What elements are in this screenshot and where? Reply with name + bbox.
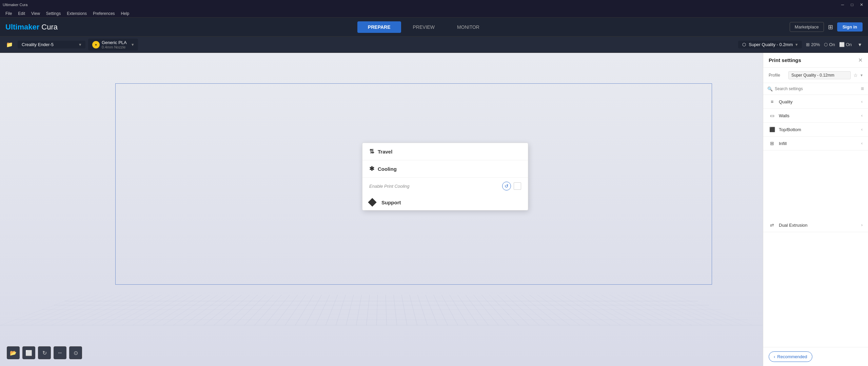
menu-extensions[interactable]: Extensions [64,11,90,17]
settings-sections: ≡ Quality ‹ ▭ Walls ‹ ⬛ Top/Bottom ‹ [763,95,868,347]
tool-select[interactable]: ⬜ [22,346,35,359]
section-infill[interactable]: ⊞ Infill ‹ [763,137,868,150]
apps-icon[interactable]: ⊞ [828,23,833,31]
tool-mirror[interactable]: ⊙ [69,346,82,359]
section-walls[interactable]: ▭ Walls ‹ [763,109,868,123]
open-file-button[interactable]: 📁 [4,39,15,50]
enable-cooling-row: Enable Print Cooling ↺ [362,178,528,195]
recommended-button[interactable]: ‹ Recommended [769,351,812,362]
close-button[interactable]: ✕ [858,1,865,8]
marketplace-button[interactable]: Marketplace [790,22,824,32]
tab-monitor[interactable]: MONITOR [447,21,490,33]
menu-view[interactable]: View [28,11,43,17]
settings-expand-button[interactable]: ▾ [856,40,864,49]
dual-extrusion-icon: ⇄ [769,222,775,228]
infill-percentage: ⊞ 20% [806,42,820,47]
minimize-button[interactable]: ─ [839,1,846,8]
tab-preview[interactable]: PREVIEW [402,21,446,33]
quality-selector[interactable]: ⬡ Super Quality - 0.2mm ▾ [738,41,802,48]
device-bar: 📁 Creality Ender-5 ▾ ● Generic PLA 0.4mm… [0,37,868,53]
profile-star-button[interactable]: ☆ [853,73,858,78]
logo-app: Cura [41,23,58,32]
material-selector[interactable]: ● Generic PLA 0.4mm Nozzle ▾ [88,39,138,50]
titlebar: Ultimaker Cura ─ □ ✕ [0,0,868,9]
support-label: On [829,42,835,47]
travel-label: Travel [378,149,392,155]
tool-rotate[interactable]: ↻ [38,346,51,359]
settings-title: Print settings [769,57,801,63]
section-walls-label: Walls [779,113,789,118]
quality-icon: ≡ [769,98,775,105]
main-area: 📂 ⬜ ↻ ↔ ⊙ ⇅ Travel ✱ Cooling [0,53,868,366]
menu-settings[interactable]: Settings [43,11,63,17]
section-infill-label: Infill [779,141,787,146]
grid-floor [0,295,763,325]
signin-button[interactable]: Sign in [837,22,863,32]
infill-icon: ⊞ [806,42,810,47]
profile-label: Profile [769,73,786,78]
dual-chevron: › [861,223,863,227]
travel-icon: ⇅ [369,148,374,155]
printer-selector[interactable]: Creality Ender-5 ▾ [18,41,85,48]
adhesion-label: On [846,42,852,47]
top-toolbar: Ultimaker Cura PREPARE PREVIEW MONITOR M… [0,18,868,37]
printer-dropdown-arrow: ▾ [79,42,81,47]
logo: Ultimaker Cura [5,23,58,32]
infill-chevron: ‹ [861,141,863,146]
section-topbottom-label: Top/Bottom [779,127,801,132]
cooling-label: Cooling [378,166,397,172]
logo-brand: Ultimaker [5,23,39,32]
profile-row: Profile Super Quality - 0.12mm ☆ ▾ [763,68,868,83]
menubar: File Edit View Settings Extensions Prefe… [0,9,868,18]
quality-icon: ⬡ [742,42,746,47]
cooling-section[interactable]: ✱ Cooling [362,160,528,178]
section-dual-extrusion[interactable]: ⇄ Dual Extrusion › [763,218,868,232]
material-name: Generic PLA [102,40,127,45]
toolbar-right: Marketplace ⊞ Sign in [790,22,863,32]
section-quality[interactable]: ≡ Quality ‹ [763,95,868,109]
quality-dropdown-arrow: ▾ [795,42,798,47]
section-topbottom[interactable]: ⬛ Top/Bottom ‹ [763,123,868,137]
quality-label: Super Quality - 0.2mm [749,42,793,47]
walls-chevron: ‹ [861,113,863,118]
maximize-button[interactable]: □ [848,1,856,8]
support-icon [368,198,376,206]
menu-file[interactable]: File [3,11,15,17]
search-icon: 🔍 [767,86,773,92]
devicebar-right: ⬡ Super Quality - 0.2mm ▾ ⊞ 20% ⬡ On ⬜ O… [738,40,864,49]
settings-footer: ‹ Recommended [763,347,868,366]
settings-header: Print settings ✕ [763,53,868,68]
support-status: ⬡ On [824,42,835,47]
tab-prepare[interactable]: PREPARE [357,21,401,33]
menu-edit[interactable]: Edit [15,11,28,17]
printer-name: Creality Ender-5 [22,42,54,47]
recommended-label: Recommended [777,354,807,359]
search-input[interactable] [775,86,859,91]
support-section[interactable]: Support [362,195,528,210]
section-dual-label: Dual Extrusion [779,223,808,228]
tool-scale[interactable]: ↔ [54,346,66,359]
menu-help[interactable]: Help [118,11,132,17]
adhesion-icon: ⬜ [839,42,845,47]
cooling-controls: ↺ [502,182,521,190]
material-dropdown-arrow: ▾ [132,42,134,47]
settings-menu-icon[interactable]: ≡ [861,86,864,92]
menu-preferences[interactable]: Preferences [90,11,118,17]
cooling-settings-panel: ⇅ Travel ✱ Cooling Enable Print Cooling … [362,143,528,210]
window-controls: ─ □ ✕ [839,1,865,8]
3d-viewport[interactable]: 📂 ⬜ ↻ ↔ ⊙ ⇅ Travel ✱ Cooling [0,53,763,366]
profile-caret[interactable]: ▾ [861,73,863,78]
cooling-icon: ✱ [369,165,374,172]
window-title: Ultimaker Cura [3,3,27,7]
tool-open[interactable]: 📂 [7,346,20,359]
infill-value: 20% [811,42,820,47]
search-row: 🔍 ≡ [763,83,868,95]
reset-cooling-button[interactable]: ↺ [502,182,511,190]
infill-icon: ⊞ [769,140,775,147]
profile-selector[interactable]: Super Quality - 0.12mm [788,71,851,79]
enable-cooling-checkbox[interactable] [514,182,521,190]
topbottom-icon: ⬛ [769,126,775,133]
travel-section[interactable]: ⇅ Travel [362,143,528,160]
settings-close-button[interactable]: ✕ [858,57,863,63]
print-settings-panel: Print settings ✕ Profile Super Quality -… [763,53,868,366]
